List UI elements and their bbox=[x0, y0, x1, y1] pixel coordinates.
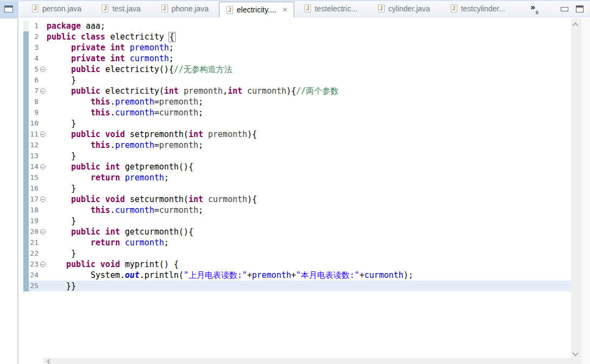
code-line-6[interactable]: 6 } bbox=[20, 75, 571, 86]
scroll-up-icon[interactable] bbox=[572, 22, 578, 28]
tab-test-java[interactable]: Jtest.java bbox=[92, 0, 151, 17]
fold-column bbox=[38, 259, 47, 270]
tab-phone-java[interactable]: Jphone.java bbox=[151, 0, 219, 17]
fold-collapse-icon[interactable] bbox=[40, 229, 46, 235]
code-line-22[interactable]: 22 } bbox=[20, 248, 571, 259]
code-line-4[interactable]: 4 private int curmonth; bbox=[20, 53, 571, 64]
fold-collapse-icon[interactable] bbox=[40, 88, 46, 94]
gutter-spacer bbox=[20, 183, 23, 194]
java-file-icon: J bbox=[304, 4, 311, 12]
code-line-20[interactable]: 20 public int getcurmonth(){ bbox=[20, 226, 571, 237]
code-line-7[interactable]: 7 public electricity(int premonth,int cu… bbox=[20, 86, 571, 96]
code-line-1[interactable]: 1package aaa; bbox=[20, 21, 571, 31]
fold-collapse-icon[interactable] bbox=[40, 132, 46, 137]
view-window-controls bbox=[561, 5, 583, 12]
gutter-spacer bbox=[20, 64, 23, 75]
eclipse-editor-window: Jperson.javaJtest.javaJphone.javaJelectr… bbox=[0, 0, 590, 364]
range-indicator bbox=[23, 226, 29, 237]
tab-electricity-[interactable]: Jelectricity....✕ bbox=[219, 2, 294, 17]
line-number: 1 bbox=[29, 21, 38, 31]
fold-collapse-icon[interactable] bbox=[40, 67, 46, 72]
code-line-12[interactable]: 12 this.premonth=premonth; bbox=[20, 140, 571, 151]
code-line-2[interactable]: 2public class electricity { bbox=[20, 31, 571, 42]
fold-collapse-icon[interactable] bbox=[40, 197, 46, 202]
code-text: package aaa; bbox=[47, 21, 571, 31]
code-text: public electricity(int premonth,int curm… bbox=[47, 86, 571, 96]
range-indicator bbox=[23, 237, 29, 248]
tab-label: person.java bbox=[42, 4, 81, 13]
gutter-spacer bbox=[20, 281, 23, 291]
tab-testcylinder-[interactable]: Jtestcylinder... bbox=[440, 0, 516, 17]
editor-tab-bar: Jperson.javaJtest.javaJphone.javaJelectr… bbox=[20, 0, 590, 17]
tab-label: electricity.... bbox=[237, 5, 276, 14]
code-line-21[interactable]: 21 return curmonth; bbox=[20, 237, 571, 248]
code-text: public void myprint() { bbox=[47, 259, 571, 270]
scroll-left-icon[interactable] bbox=[47, 359, 53, 364]
code-text: public int getpremonth(){ bbox=[47, 161, 571, 172]
line-number: 19 bbox=[29, 216, 38, 226]
line-number: 3 bbox=[29, 42, 38, 53]
vertical-scrollbar[interactable] bbox=[571, 18, 581, 364]
code-line-3[interactable]: 3 private int premonth; bbox=[20, 42, 571, 53]
line-number: 10 bbox=[29, 118, 38, 129]
code-editor[interactable]: 1package aaa;2public class electricity {… bbox=[20, 17, 590, 364]
gutter-spacer bbox=[20, 107, 23, 118]
fold-column bbox=[38, 107, 47, 118]
line-number: 22 bbox=[29, 248, 38, 259]
gutter-spacer bbox=[20, 42, 23, 53]
fold-column bbox=[38, 31, 47, 42]
range-indicator bbox=[23, 53, 29, 64]
tab-overflow-chevron[interactable]: »8 bbox=[530, 4, 537, 14]
range-indicator bbox=[23, 21, 29, 31]
code-text: public int getcurmonth(){ bbox=[47, 226, 571, 237]
line-number: 7 bbox=[29, 86, 38, 96]
code-line-15[interactable]: 15 return premonth; bbox=[20, 172, 571, 183]
code-text: public void setcurmonth(int curmonth){ bbox=[47, 194, 571, 205]
code-line-24[interactable]: 24 System.out.println("上月电表读数:"+premonth… bbox=[20, 270, 571, 281]
line-number: 25 bbox=[29, 281, 38, 291]
code-line-19[interactable]: 19 } bbox=[20, 216, 571, 226]
tab-person-java[interactable]: Jperson.java bbox=[22, 0, 92, 17]
range-indicator bbox=[23, 194, 29, 205]
tab-label: cylinder.java bbox=[388, 4, 430, 13]
code-line-14[interactable]: 14 public int getpremonth(){ bbox=[20, 161, 571, 172]
minimize-button[interactable] bbox=[561, 7, 568, 11]
editor-area: Jperson.javaJtest.javaJphone.javaJelectr… bbox=[20, 0, 590, 364]
gutter-spacer bbox=[20, 151, 23, 161]
java-file-icon: J bbox=[378, 4, 385, 12]
code-line-23[interactable]: 23 public void myprint() { bbox=[20, 259, 571, 270]
code-line-25[interactable]: 25 }} bbox=[20, 281, 571, 291]
range-indicator bbox=[23, 107, 29, 118]
tab-testelectric-[interactable]: Jtestelectric... bbox=[294, 0, 368, 17]
overview-ruler bbox=[581, 18, 590, 364]
fold-column bbox=[38, 237, 47, 248]
fold-column bbox=[38, 118, 47, 129]
line-number: 20 bbox=[29, 226, 38, 237]
restore-view-button[interactable] bbox=[0, 0, 17, 18]
code-line-16[interactable]: 16 } bbox=[20, 183, 571, 194]
tab-cylinder-java[interactable]: Jcylinder.java bbox=[368, 0, 440, 17]
tab-overflow-count: 8 bbox=[536, 10, 539, 15]
fold-column bbox=[38, 205, 47, 216]
code-rows: 1package aaa;2public class electricity {… bbox=[20, 17, 571, 291]
code-line-8[interactable]: 8 this.premonth=premonth; bbox=[20, 96, 571, 107]
code-text: this.premonth=premonth; bbox=[47, 96, 571, 107]
code-line-18[interactable]: 18 this.curmonth=curmonth; bbox=[20, 205, 571, 216]
code-line-9[interactable]: 9 this.curmonth=curmonth; bbox=[20, 107, 571, 118]
code-line-13[interactable]: 13 } bbox=[20, 151, 571, 161]
code-text: } bbox=[47, 248, 571, 259]
range-indicator bbox=[23, 248, 29, 259]
gutter-spacer bbox=[20, 259, 23, 270]
scroll-down-icon[interactable] bbox=[572, 350, 578, 356]
code-line-5[interactable]: 5 public electricity(){//无参构造方法 bbox=[20, 64, 571, 75]
code-line-11[interactable]: 11 public void setpremonth(int premonth)… bbox=[20, 129, 571, 140]
close-icon[interactable]: ✕ bbox=[282, 6, 288, 14]
gutter-spacer bbox=[20, 248, 23, 259]
fold-collapse-icon[interactable] bbox=[40, 262, 46, 267]
horizontal-scrollbar[interactable] bbox=[43, 358, 571, 364]
code-line-10[interactable]: 10 } bbox=[20, 118, 571, 129]
maximize-button[interactable] bbox=[576, 5, 583, 12]
line-number: 18 bbox=[29, 205, 38, 216]
fold-collapse-icon[interactable] bbox=[40, 164, 46, 170]
code-line-17[interactable]: 17 public void setcurmonth(int curmonth)… bbox=[20, 194, 571, 205]
